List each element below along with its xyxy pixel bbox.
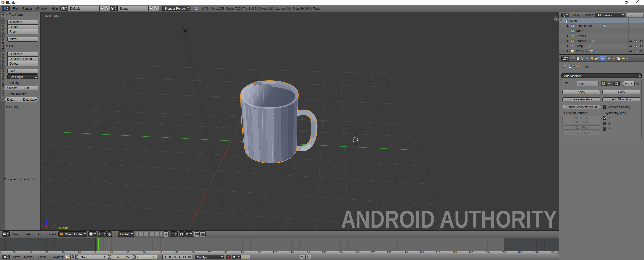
- svg-text:i: i: [5, 7, 5, 10]
- svg-text:ANDROID AUTHORITY: ANDROID AUTHORITY: [341, 205, 557, 231]
- svg-text:x: x: [47, 227, 48, 230]
- svg-text:z: z: [47, 216, 49, 219]
- svg-text:(2) Torus: (2) Torus: [57, 226, 68, 229]
- svg-text:User Persp: User Persp: [45, 14, 59, 17]
- svg-text:y: y: [54, 223, 55, 226]
